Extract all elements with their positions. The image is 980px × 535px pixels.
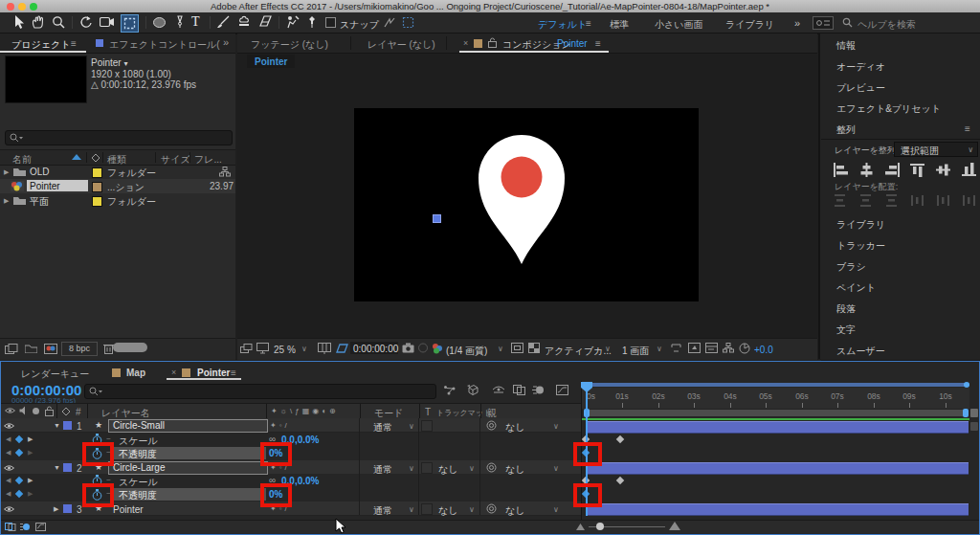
align-menu-icon[interactable]: ≡: [965, 123, 970, 134]
viewer-timecode[interactable]: 0:00:00:00: [350, 342, 398, 354]
monitor-icon[interactable]: [256, 343, 269, 354]
workspace-overflow-chevron[interactable]: »: [794, 17, 800, 29]
work-area-bar[interactable]: [582, 409, 969, 417]
panel-align[interactable]: 整列: [836, 123, 856, 137]
prev-keyframe-arrow[interactable]: ◀: [6, 449, 11, 457]
shape-tool[interactable]: [152, 17, 167, 29]
project-panel-menu-icon[interactable]: ≡: [71, 38, 77, 49]
distribute-vcenter-icon[interactable]: [858, 193, 875, 208]
layer-name[interactable]: Pointer: [113, 504, 144, 515]
distribute-hcenter-icon[interactable]: [936, 193, 952, 208]
lock-icon[interactable]: [488, 37, 497, 48]
workspace-tab-library[interactable]: ライブラリ: [725, 18, 774, 32]
brush-tool[interactable]: [216, 15, 231, 29]
pixel-aspect-icon[interactable]: [670, 343, 682, 353]
shy-layers-icon[interactable]: [492, 385, 505, 395]
panel-character[interactable]: 文字: [836, 323, 856, 337]
next-keyframe-arrow[interactable]: ▶: [28, 490, 33, 498]
align-right-icon[interactable]: [884, 163, 901, 177]
close-tab-icon[interactable]: ×: [171, 368, 176, 377]
always-preview-icon[interactable]: [240, 344, 253, 354]
distribute-left-icon[interactable]: [910, 193, 926, 208]
fast-previews-icon[interactable]: [688, 343, 701, 353]
viewer-menu-icon[interactable]: ≡: [595, 38, 601, 49]
help-search-input[interactable]: ヘルプを検索: [858, 18, 916, 32]
project-search-field[interactable]: [5, 130, 233, 145]
anchor-point-handle[interactable]: [433, 214, 441, 223]
snapshot-icon[interactable]: [402, 343, 414, 353]
grid-guides-icon[interactable]: [318, 343, 331, 354]
parent-chevron[interactable]: ∨: [553, 505, 559, 514]
camera-view-chevron[interactable]: ∨: [605, 345, 611, 353]
exposure-value[interactable]: +0.0: [754, 345, 773, 355]
prev-keyframe-arrow[interactable]: ◀: [6, 477, 11, 484]
layer-visibility-eye-icon[interactable]: [4, 505, 14, 513]
workspace-tab-small-screen[interactable]: 小さい画面: [655, 18, 702, 32]
magnification-value[interactable]: 25 %: [274, 345, 296, 355]
item-name-cell[interactable]: Pointer: [27, 180, 88, 191]
trkmat-value[interactable]: なし: [438, 463, 457, 477]
label-color-swatch[interactable]: [92, 167, 102, 178]
clone-stamp-tool[interactable]: [237, 15, 251, 29]
layer-duration-bar[interactable]: [587, 421, 969, 434]
zoom-in-mountain-icon[interactable]: [669, 522, 680, 530]
bpc-button[interactable]: 8 bpc: [61, 342, 98, 356]
comp-mini-tab[interactable]: Pointer: [247, 55, 295, 68]
parent-pickwhip-icon[interactable]: [486, 462, 497, 473]
expand-arrow-icon[interactable]: ▶: [4, 197, 9, 205]
col-t[interactable]: T: [425, 407, 431, 417]
col-number[interactable]: #: [76, 407, 81, 417]
camera-view-value[interactable]: アクティブカ...: [545, 345, 612, 358]
prev-keyframe-arrow[interactable]: ◀: [6, 490, 11, 498]
align-top-icon[interactable]: [910, 163, 926, 177]
camera-tool[interactable]: [100, 16, 115, 28]
sort-ascending-icon[interactable]: [72, 154, 81, 160]
blend-mode-chevron[interactable]: ∨: [409, 505, 414, 514]
resolution-chevron[interactable]: ∨: [498, 345, 503, 353]
panel-smoother[interactable]: スムーザー: [836, 345, 885, 358]
zoom-button[interactable]: [30, 3, 37, 11]
blend-mode-value[interactable]: 通常: [373, 421, 392, 435]
layer-name-cell[interactable]: Circle-Small: [108, 419, 268, 433]
close-tab-icon[interactable]: ×: [463, 38, 468, 48]
property-label-scale[interactable]: スケール: [119, 476, 158, 489]
eraser-tool[interactable]: [258, 15, 273, 28]
panel-paint[interactable]: ペイント: [836, 281, 876, 295]
layer-label-color[interactable]: [63, 463, 72, 472]
next-keyframe-arrow[interactable]: ▶: [28, 477, 33, 484]
timeline-zoom-thumb[interactable]: [596, 523, 604, 530]
snap-checkbox[interactable]: [325, 17, 336, 28]
view-layout-chevron[interactable]: ∨: [657, 345, 662, 353]
graph-editor-toggle-icon[interactable]: [35, 523, 46, 531]
next-keyframe-arrow[interactable]: ▶: [28, 435, 33, 443]
parent-chevron[interactable]: ∨: [553, 464, 559, 473]
project-row-pointer[interactable]: Pointer ...ション 23.97: [0, 179, 235, 193]
prev-keyframe-arrow[interactable]: ◀: [6, 435, 11, 443]
label-color-swatch[interactable]: [92, 196, 102, 207]
tab-effect-controls[interactable]: エフェクトコントロール(: [109, 38, 220, 52]
motion-blur-icon[interactable]: [532, 385, 545, 395]
cti-handle[interactable]: [581, 382, 592, 392]
tab-overflow-chevron[interactable]: »: [223, 36, 229, 48]
property-label-opacity[interactable]: 不透明度: [119, 448, 157, 461]
panel-brushes[interactable]: ブラシ: [836, 260, 866, 274]
workspace-tab-standard[interactable]: 標準: [610, 18, 629, 32]
align-target-dropdown[interactable]: 選択範囲∨: [894, 142, 978, 157]
blend-mode-value[interactable]: 通常: [373, 504, 392, 518]
roto-brush-tool[interactable]: [285, 15, 301, 29]
timeline-button-icon[interactable]: [705, 343, 718, 353]
graph-editor-icon[interactable]: [556, 385, 568, 395]
comp-flowchart-icon[interactable]: [723, 343, 734, 353]
align-center-v-icon[interactable]: [936, 163, 952, 177]
panel-audio[interactable]: オーディオ: [836, 60, 885, 74]
layer-label-color[interactable]: [63, 421, 72, 430]
layer-duration-bar[interactable]: [587, 503, 969, 516]
layer-expand-arrow[interactable]: ▶: [54, 505, 58, 513]
trkmat-chevron[interactable]: ∨: [469, 505, 475, 514]
layer-visibility-eye-icon[interactable]: [4, 464, 14, 472]
tab-composition-name[interactable]: Pointer: [557, 38, 588, 49]
panel-preview[interactable]: プレビュー: [836, 81, 885, 95]
comp-marker-bin-icon[interactable]: [970, 409, 978, 417]
selection-tool[interactable]: [11, 14, 25, 30]
blend-mode-chevron[interactable]: ∨: [409, 422, 414, 431]
